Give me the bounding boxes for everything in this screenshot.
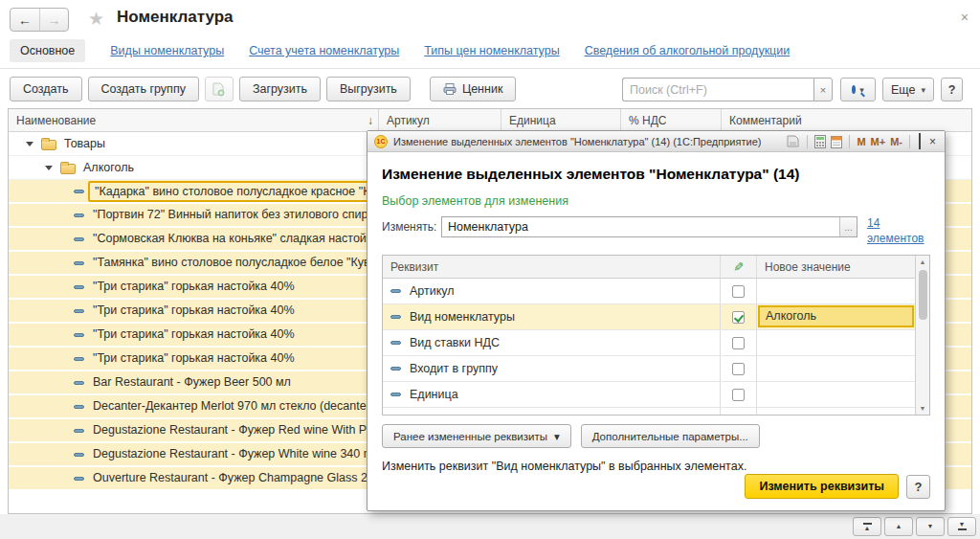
- scroll-down-icon[interactable]: ▼: [920, 402, 926, 415]
- name-cell[interactable]: "Три старика" горькая настойка 40%: [88, 348, 385, 370]
- dialog-titlebar[interactable]: 1С Изменение выделенных элементов "Номен…: [368, 131, 945, 152]
- attribute-row[interactable]: [383, 408, 915, 415]
- column-header[interactable]: Единица: [501, 109, 620, 131]
- price-tag-button[interactable]: Ценник: [430, 77, 516, 101]
- checkbox-unchecked[interactable]: [732, 389, 745, 401]
- name-cell[interactable]: "Тамянка" вино столовое полусладкое бело…: [88, 253, 385, 274]
- more-button[interactable]: Еще ▾: [882, 78, 934, 101]
- forward-button[interactable]: →: [39, 9, 68, 31]
- name-cell[interactable]: Ouverture Restaurant - Фужер Champagne G…: [88, 468, 385, 489]
- column-header[interactable]: Наименование↓: [9, 109, 378, 131]
- go-up-button[interactable]: ▲: [884, 517, 913, 536]
- tab-link[interactable]: Сведения об алкогольной продукции: [585, 44, 791, 57]
- page-title: Номенклатура: [117, 8, 234, 27]
- column-header[interactable]: Комментарий: [721, 109, 971, 131]
- favorite-star-icon[interactable]: ★: [88, 8, 104, 30]
- 1c-logo-icon: 1С: [374, 135, 388, 148]
- attribute-row[interactable]: Вид ставки НДС: [383, 330, 915, 356]
- column-header[interactable]: Артикул: [378, 109, 501, 131]
- name-cell[interactable]: "Три старика" горькая настойка 40%: [88, 277, 385, 298]
- tab-main[interactable]: Основное: [10, 39, 85, 62]
- current-cell[interactable]: "Кадарка" вино столовое полусладкое крас…: [88, 181, 385, 202]
- checkbox-checked[interactable]: [732, 311, 745, 324]
- divider: [807, 135, 808, 148]
- grid-scrollbar[interactable]: ▲ ▼: [915, 256, 929, 415]
- search-options-button[interactable]: ▾: [840, 78, 876, 101]
- new-value-cell[interactable]: [756, 279, 915, 303]
- check-column-header[interactable]: ✎: [720, 256, 756, 278]
- attribute-row[interactable]: Входит в группу: [383, 356, 915, 382]
- tab-link[interactable]: Типы цен номенклатуры: [424, 44, 559, 57]
- status-strip: ▲ ▲ ▼ ▼: [0, 514, 980, 539]
- calculator-icon[interactable]: [814, 135, 826, 148]
- attribute-row[interactable]: Артикул: [383, 279, 915, 304]
- memory-subtract-button[interactable]: M-: [890, 136, 902, 147]
- maximize-icon[interactable]: [917, 135, 923, 148]
- name-cell[interactable]: Degustazione Restaurant - Фужер White wi…: [88, 444, 385, 465]
- name-cell[interactable]: Decanter-Декантер Merlot 970 мл стекло (…: [88, 396, 385, 417]
- go-down-button[interactable]: ▼: [916, 517, 945, 536]
- go-bottom-button[interactable]: ▼: [947, 517, 976, 536]
- name-cell[interactable]: "Три старика" горькая настойка 40%: [88, 301, 385, 322]
- tab-link[interactable]: Виды номенклатуры: [110, 44, 224, 57]
- calendar-icon[interactable]: [831, 135, 842, 148]
- expander-icon[interactable]: [26, 142, 33, 146]
- help-button[interactable]: ?: [941, 78, 963, 101]
- checkbox-unchecked[interactable]: [732, 415, 745, 415]
- new-value-cell[interactable]: [756, 408, 915, 415]
- name-cell[interactable]: Bar Restaurant - Фужер Beer 500 мл: [88, 372, 385, 393]
- search-input[interactable]: [622, 78, 813, 101]
- attr-column-header[interactable]: Реквизит: [383, 260, 720, 274]
- previously-changed-button[interactable]: Ранее измененные реквизиты ▾: [382, 424, 571, 448]
- dialog-footer: Изменить реквизиты ?: [745, 474, 930, 499]
- printer-icon: [443, 83, 457, 95]
- attribute-row[interactable]: Единица: [383, 382, 915, 408]
- new-value-cell[interactable]: [756, 382, 915, 407]
- name-cell[interactable]: "Портвин 72" Винный напиток без этиловог…: [88, 205, 385, 226]
- new-value-cell[interactable]: Алкоголь: [756, 304, 915, 329]
- app-window: ← → ★ Номенклатура × ОсновноеВиды номенк…: [0, 0, 980, 539]
- memory-recall-button[interactable]: M: [857, 136, 865, 147]
- new-value-input[interactable]: Алкоголь: [758, 305, 914, 327]
- item-marker-icon: [74, 333, 84, 337]
- column-header[interactable]: % НДС: [620, 109, 721, 131]
- name-cell[interactable]: "Три старика" горькая настойка 40%: [88, 325, 385, 346]
- unload-button[interactable]: Выгрузить: [326, 77, 411, 101]
- attribute-row[interactable]: Вид номенклатурыАлкоголь: [383, 304, 915, 330]
- scroll-up-icon[interactable]: ▲: [920, 256, 926, 268]
- new-value-cell[interactable]: [756, 356, 915, 381]
- item-marker-icon: [390, 367, 401, 371]
- go-top-button[interactable]: ▲: [853, 517, 881, 536]
- additional-params-button[interactable]: Дополнительные параметры...: [581, 424, 760, 448]
- folder-icon: [41, 140, 56, 150]
- value-column-header[interactable]: Новое значение: [756, 256, 915, 278]
- memory-add-button[interactable]: M+: [871, 136, 886, 147]
- column-header-label: Единица: [509, 114, 556, 127]
- copy-button[interactable]: [205, 77, 234, 101]
- pencil-icon: ✎: [731, 261, 746, 272]
- create-button[interactable]: Создать: [10, 77, 82, 101]
- checkbox-unchecked[interactable]: [732, 285, 745, 298]
- create-group-button[interactable]: Создать группу: [88, 77, 199, 101]
- checkbox-unchecked[interactable]: [732, 363, 745, 375]
- load-button[interactable]: Загрузить: [239, 77, 321, 101]
- tab-link[interactable]: Счета учета номенклатуры: [249, 44, 399, 57]
- name-cell[interactable]: "Сормовская Клюква на коньяке" сладкая н…: [88, 229, 385, 250]
- back-button[interactable]: ←: [11, 9, 39, 31]
- checkbox-unchecked[interactable]: [732, 337, 745, 349]
- search-clear-icon[interactable]: ×: [813, 78, 833, 101]
- elements-count-link[interactable]: 14 элементов: [867, 216, 930, 246]
- dialog-help-button[interactable]: ?: [906, 475, 930, 499]
- close-icon[interactable]: ×: [961, 10, 969, 25]
- new-value-cell[interactable]: [756, 330, 915, 355]
- change-target-field[interactable]: Номенклатура ...: [441, 216, 858, 237]
- save-icon[interactable]: [786, 135, 800, 147]
- choose-button[interactable]: ...: [839, 217, 857, 236]
- name-cell[interactable]: Degustazione Restaurant - Фужер Red wine…: [88, 420, 385, 441]
- scroll-thumb[interactable]: [919, 270, 927, 320]
- expander-icon[interactable]: [45, 166, 53, 170]
- dialog-close-icon[interactable]: ×: [927, 135, 938, 148]
- item-marker-icon: [390, 315, 401, 319]
- attributes-grid-body: АртикулВид номенклатурыАлкогольВид ставк…: [383, 279, 915, 415]
- change-attributes-button[interactable]: Изменить реквизиты: [745, 474, 899, 499]
